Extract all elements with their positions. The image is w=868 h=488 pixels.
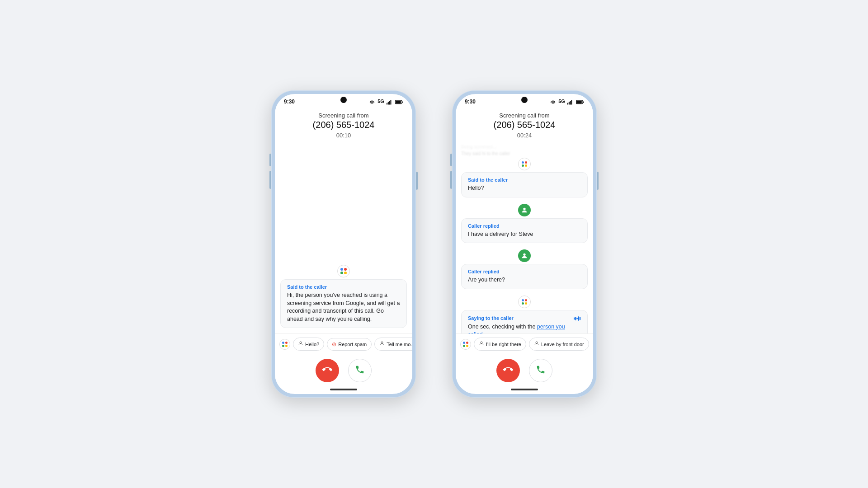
power-button[interactable] [416, 172, 418, 190]
phone-screen-1: 9:30 5G [275, 94, 412, 394]
blurred-messages: Being screened... They said hi to the ca… [456, 143, 593, 157]
tellme-btn-label: Tell me mo... [387, 342, 412, 347]
logo-dot-yellow [285, 345, 288, 347]
bubble-2-2: Caller replied I have a delivery for Ste… [461, 218, 588, 244]
bubble-label-2-3: Caller replied [468, 269, 581, 274]
answer-icon-2 [536, 365, 546, 377]
call-header-2: Screening call from (206) 565-1024 00:24 [456, 107, 593, 143]
svg-rect-18 [574, 317, 575, 319]
message-group-1: Said to the caller Hi, the person you've… [275, 265, 412, 328]
decline-icon-2 [503, 365, 513, 377]
logo-dot-blue [282, 342, 284, 344]
svg-rect-15 [583, 101, 584, 103]
message-bubble-1: Said to the caller Hi, the person you've… [280, 279, 407, 328]
dot-g2 [522, 302, 524, 305]
svg-point-24 [536, 342, 538, 343]
person-icon-3 [479, 341, 484, 347]
message-group-2-2: Caller replied I have a delivery for Ste… [456, 204, 593, 244]
call-timer-1: 00:10 [284, 132, 403, 139]
audio-wave-icon [574, 315, 581, 323]
warning-icon-1: ⊘ [332, 341, 336, 347]
decline-button-2[interactable] [496, 359, 520, 382]
decline-button-1[interactable] [316, 359, 339, 382]
message-group-2-3: Caller replied Are you there? [456, 249, 593, 289]
volume-down-button[interactable] [269, 171, 271, 189]
message-group-2-1: Said to the caller Hello? [456, 158, 593, 197]
response-frontdoor-btn[interactable]: Leave by front door [529, 338, 589, 351]
phone-number-2: (206) 565-1024 [465, 120, 584, 130]
response-rightthere-btn[interactable]: I'll be right there [474, 338, 526, 351]
dot-y2 [525, 302, 527, 305]
volume-up-button-2[interactable] [450, 154, 452, 166]
bubble-2-3: Caller replied Are you there? [461, 264, 588, 289]
bubble-2-1: Said to the caller Hello? [461, 172, 588, 197]
response-spam-btn[interactable]: ⊘ Report spam [327, 338, 372, 351]
camera-notch [340, 97, 347, 103]
logo2-dot-yellow [466, 345, 468, 347]
svg-rect-22 [580, 317, 580, 319]
status-5g-2: 5G [558, 99, 565, 104]
saying-label-row: Saying to the caller [468, 315, 581, 323]
chat-area-2: Said to the caller Hello? Caller replied… [456, 157, 593, 333]
response-hello-btn[interactable]: Hello? [293, 338, 324, 351]
chat-area-1: Said to the caller Hi, the person you've… [275, 143, 412, 333]
phone-screen-2: 9:30 5G Screen [456, 94, 593, 394]
power-button-2[interactable] [597, 172, 599, 190]
quick-responses-1: Hello? ⊘ Report spam Tell me mo... [275, 333, 412, 354]
caller-avatar-2-1 [518, 204, 531, 216]
dot-b1 [522, 161, 524, 164]
dot-yellow [344, 272, 347, 274]
svg-rect-9 [567, 103, 568, 104]
spam-btn-label: Report spam [338, 342, 367, 347]
bubble-label-2-1: Said to the caller [468, 177, 581, 183]
status-time-2: 9:30 [465, 99, 476, 105]
frontdoor-btn-label: Leave by front door [541, 342, 584, 347]
dot-y1 [525, 164, 527, 167]
svg-rect-19 [575, 317, 576, 320]
google-avatar-2-2 [518, 296, 531, 308]
camera-notch-2 [521, 97, 528, 103]
google-logo-1 [279, 339, 290, 350]
call-header-1: Screening call from (206) 565-1024 00:10 [275, 107, 412, 143]
person-icon-1 [298, 341, 303, 347]
dot-g1 [522, 164, 524, 167]
logo2-dot-red [466, 342, 468, 344]
svg-rect-6 [402, 101, 403, 103]
svg-point-17 [523, 253, 525, 256]
bubble-label-2-4: Saying to the caller [468, 315, 514, 321]
quick-responses-2: I'll be right there Leave by front door [456, 333, 593, 354]
call-actions-2 [456, 354, 593, 389]
bubble-label-2-2: Caller replied [468, 223, 581, 229]
phone-2: 9:30 5G Screen [452, 90, 597, 398]
bubble-text-2-1: Hello? [468, 184, 581, 192]
message-group-2-4: Saying to the caller One sec, checking [456, 296, 593, 334]
google-avatar-1 [337, 265, 350, 277]
phone-number-1: (206) 565-1024 [284, 120, 403, 130]
response-tellme-btn[interactable]: Tell me mo... [374, 338, 412, 351]
call-actions-1 [275, 354, 412, 389]
person-icon-2 [379, 341, 385, 347]
status-icons-1: 5G [369, 99, 403, 104]
svg-point-16 [523, 207, 525, 210]
status-5g-1: 5G [377, 99, 384, 104]
svg-rect-20 [576, 318, 577, 319]
call-timer-2: 00:24 [465, 132, 584, 139]
volume-up-button[interactable] [269, 154, 271, 166]
svg-point-8 [381, 342, 383, 343]
answer-button-1[interactable] [348, 359, 372, 382]
answer-icon-1 [355, 365, 365, 377]
svg-rect-0 [387, 103, 387, 104]
screening-label-2: Screening call from [465, 112, 584, 119]
svg-rect-3 [390, 100, 391, 105]
svg-rect-11 [570, 101, 571, 104]
volume-buttons-left-2 [450, 154, 452, 189]
svg-rect-10 [569, 102, 570, 104]
bubble-label-1: Said to the caller [287, 284, 400, 290]
dot-green [340, 272, 343, 274]
caller-avatar-2-2 [518, 249, 531, 262]
volume-down-button-2[interactable] [450, 171, 452, 189]
google-avatar-2-1 [518, 158, 531, 170]
logo-dot-green [282, 345, 284, 347]
answer-button-2[interactable] [529, 359, 552, 382]
status-time-1: 9:30 [284, 99, 295, 105]
